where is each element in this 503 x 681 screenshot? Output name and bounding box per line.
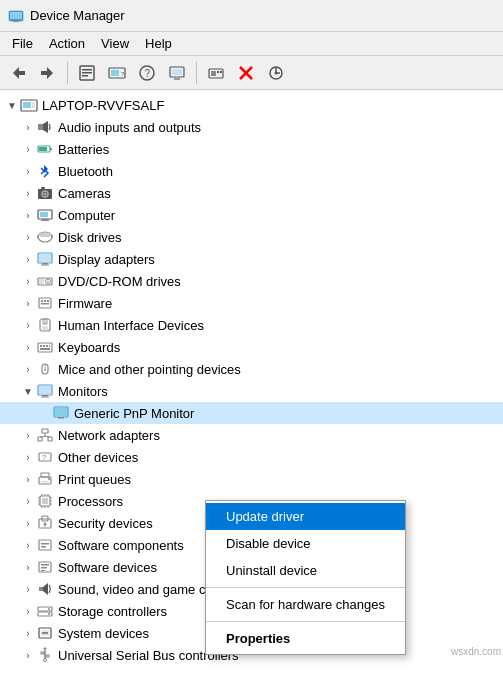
tree-item-bluetooth[interactable]: › Bluetooth xyxy=(0,160,503,182)
menu-bar: File Action View Help xyxy=(0,32,503,56)
diskdrives-label: Disk drives xyxy=(58,230,122,245)
svg-rect-72 xyxy=(46,345,48,347)
tree-item-display[interactable]: › Display adapters xyxy=(0,248,503,270)
tree-item-network[interactable]: › Network adapters xyxy=(0,424,503,446)
svg-line-89 xyxy=(40,436,45,437)
svg-point-77 xyxy=(44,369,46,371)
tree-root[interactable]: ▼ LAPTOP-RVVFSALF xyxy=(0,94,503,116)
titlebar-icon xyxy=(8,8,24,24)
softwarecomp-expand: › xyxy=(20,537,36,553)
processors-expand: › xyxy=(20,493,36,509)
svg-rect-74 xyxy=(40,348,50,350)
title-bar: Device Manager xyxy=(0,0,503,32)
add-legacy-button[interactable] xyxy=(202,60,230,86)
computer-label: Computer xyxy=(58,208,115,223)
svg-rect-2 xyxy=(13,21,19,22)
context-update-driver[interactable]: Update driver xyxy=(206,503,405,530)
display-label: Display adapters xyxy=(58,252,155,267)
computer-icon xyxy=(36,206,54,224)
firmware-label: Firmware xyxy=(58,296,112,311)
help-button[interactable]: ? xyxy=(133,60,161,86)
svg-point-113 xyxy=(44,523,47,526)
context-menu: Update driver Disable device Uninstall d… xyxy=(205,500,406,655)
genericpnp-expand xyxy=(36,405,52,421)
svg-rect-37 xyxy=(50,148,52,150)
batteries-label: Batteries xyxy=(58,142,109,157)
mice-label: Mice and other pointing devices xyxy=(58,362,241,377)
scan-button[interactable] xyxy=(163,60,191,86)
tree-item-computer[interactable]: › Computer xyxy=(0,204,503,226)
audio-label: Audio inputs and outputs xyxy=(58,120,201,135)
menu-action[interactable]: Action xyxy=(41,34,93,53)
svg-rect-12 xyxy=(111,70,119,76)
network-expand: › xyxy=(20,427,36,443)
svg-point-29 xyxy=(275,71,278,74)
svg-point-42 xyxy=(44,193,47,196)
tree-item-audio[interactable]: › Audio inputs and outputs xyxy=(0,116,503,138)
root-expand-icon: ▼ xyxy=(4,97,20,113)
tree-item-printqueues[interactable]: › Print queues xyxy=(0,468,503,490)
tree-item-other[interactable]: › ? Other devices xyxy=(0,446,503,468)
tree-item-firmware[interactable]: › Firmware xyxy=(0,292,503,314)
context-scan-hardware[interactable]: Scan for hardware changes xyxy=(206,591,405,618)
other-expand: › xyxy=(20,449,36,465)
printqueues-label: Print queues xyxy=(58,472,131,487)
tree-item-mice[interactable]: › Mice and other pointing devices xyxy=(0,358,503,380)
svg-rect-79 xyxy=(39,386,51,394)
svg-rect-33 xyxy=(38,124,43,130)
storage-expand: › xyxy=(20,603,36,619)
processors-label: Processors xyxy=(58,494,123,509)
dvd-icon xyxy=(36,272,54,290)
context-separator-1 xyxy=(206,587,405,588)
svg-rect-54 xyxy=(42,263,48,265)
tree-item-keyboards[interactable]: › Keyboards xyxy=(0,336,503,358)
svg-rect-80 xyxy=(42,395,48,397)
forward-button[interactable] xyxy=(34,60,62,86)
svg-rect-55 xyxy=(41,265,49,266)
svg-rect-83 xyxy=(55,408,67,416)
tree-item-genericpnp[interactable]: Generic PnP Monitor xyxy=(0,402,503,424)
monitors-expand: ▼ xyxy=(20,383,36,399)
svg-point-137 xyxy=(44,659,47,662)
svg-rect-46 xyxy=(42,219,48,220)
display-icon xyxy=(36,250,54,268)
context-properties[interactable]: Properties xyxy=(206,625,405,652)
main-content: ▼ LAPTOP-RVVFSALF › Audio inputs and xyxy=(0,90,503,681)
softwarecomp-label: Software components xyxy=(58,538,184,553)
svg-rect-36 xyxy=(39,147,47,151)
svg-line-39 xyxy=(41,171,44,174)
menu-help[interactable]: Help xyxy=(137,34,180,53)
svg-marker-123 xyxy=(43,583,48,595)
svg-rect-1 xyxy=(10,12,22,19)
bluetooth-icon xyxy=(36,162,54,180)
svg-rect-62 xyxy=(44,300,46,302)
menu-file[interactable]: File xyxy=(4,34,41,53)
systemdev-label: System devices xyxy=(58,626,149,641)
context-uninstall-device[interactable]: Uninstall device xyxy=(206,557,405,584)
menu-view[interactable]: View xyxy=(93,34,137,53)
security-label: Security devices xyxy=(58,516,153,531)
tree-item-batteries[interactable]: › Batteries xyxy=(0,138,503,160)
tree-item-hid[interactable]: › Human Interface Devices xyxy=(0,314,503,336)
properties-button[interactable] xyxy=(73,60,101,86)
tree-item-dvd[interactable]: › DVD/CD-ROM drives xyxy=(0,270,503,292)
delete-button[interactable] xyxy=(232,60,260,86)
back-button[interactable] xyxy=(4,60,32,86)
network-label: Network adapters xyxy=(58,428,160,443)
diskdrives-expand: › xyxy=(20,229,36,245)
tree-item-cameras[interactable]: › Cameras xyxy=(0,182,503,204)
svg-rect-120 xyxy=(41,567,47,569)
update-driver-toolbar-button[interactable]: ? xyxy=(103,60,131,86)
svg-rect-71 xyxy=(43,345,45,347)
context-separator-2 xyxy=(206,621,405,622)
context-disable-device[interactable]: Disable device xyxy=(206,530,405,557)
svg-rect-94 xyxy=(41,473,49,477)
svg-rect-19 xyxy=(174,78,180,80)
batteries-icon xyxy=(36,140,54,158)
svg-rect-21 xyxy=(211,71,216,76)
tree-item-diskdrives[interactable]: › Disk drives xyxy=(0,226,503,248)
tree-item-monitors[interactable]: ▼ Monitors xyxy=(0,380,503,402)
cameras-expand: › xyxy=(20,185,36,201)
refresh-button[interactable] xyxy=(262,60,290,86)
title-bar-text: Device Manager xyxy=(30,8,125,23)
